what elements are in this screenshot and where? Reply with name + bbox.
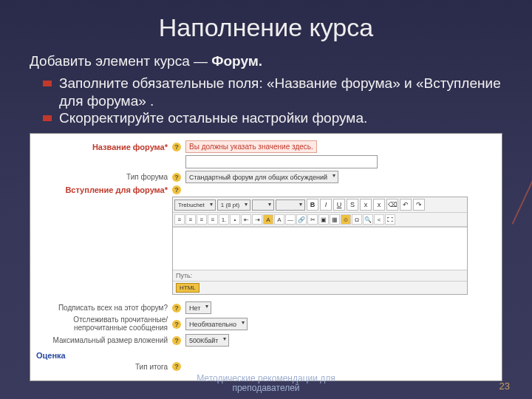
char-icon[interactable]: Ω <box>352 214 362 225</box>
align-justify-icon[interactable]: ≡ <box>208 214 218 225</box>
name-error: Вы должны указать значение здесь. <box>185 140 317 153</box>
editor-path: Путь: <box>176 272 192 279</box>
list-num-icon[interactable]: 1. <box>219 214 229 225</box>
footer: Методические рекомендации для преподават… <box>0 374 532 393</box>
rich-text-editor[interactable]: Trebuchet 1 (8 pt) B I U S x x ⌫ ↶ ↷ ≡ ≡… <box>172 197 468 295</box>
help-icon[interactable]: ? <box>172 185 181 194</box>
intro-line: Добавить элемент курса — Форум. <box>30 52 502 70</box>
emoji-icon[interactable]: ☺ <box>341 214 351 225</box>
size-select[interactable]: 1 (8 pt) <box>217 200 250 211</box>
slide-title: Наполнение курса <box>30 13 502 42</box>
help-icon[interactable]: ? <box>172 362 181 371</box>
code-icon[interactable]: < <box>374 214 384 225</box>
align-right-icon[interactable]: ≡ <box>197 214 207 225</box>
clean-icon[interactable]: ⌫ <box>386 199 398 211</box>
align-center-icon[interactable]: ≡ <box>185 214 196 225</box>
forum-type-select[interactable]: Стандартный форум для общих обсуждений <box>185 171 338 183</box>
redo-icon[interactable]: ↷ <box>413 199 425 211</box>
strike-icon[interactable]: S <box>347 199 358 211</box>
style-select[interactable] <box>252 200 274 211</box>
full-icon[interactable]: ⛶ <box>385 214 395 225</box>
subscribe-label: Подписать всех на этот форум? <box>36 304 168 312</box>
footer-line-2: преподавателей <box>232 383 299 393</box>
bgcolor-icon[interactable]: A <box>274 214 284 225</box>
bullet-2: Скорректируйте остальные настройки форум… <box>43 109 502 127</box>
unlink-icon[interactable]: ✂ <box>307 214 318 225</box>
sub-icon[interactable]: x <box>360 199 372 211</box>
link-icon[interactable]: 🔗 <box>296 214 307 225</box>
form-screenshot: Название форума* ? Вы должны указать зна… <box>30 133 502 381</box>
grade-section: Оценка <box>36 351 496 360</box>
editor-textarea[interactable] <box>173 227 467 270</box>
intro-prefix: Добавить элемент курса — <box>30 53 211 69</box>
subscribe-select[interactable]: Нет <box>185 301 211 314</box>
align-left-icon[interactable]: ≡ <box>174 214 185 225</box>
maxsize-label: Максимальный размер вложений <box>36 336 168 344</box>
help-icon[interactable]: ? <box>172 304 181 313</box>
image-icon[interactable]: ▣ <box>318 214 329 225</box>
editor-toolbar-1: Trebuchet 1 (8 pt) B I U S x x ⌫ ↶ ↷ <box>173 197 467 213</box>
table-icon[interactable]: ▦ <box>330 214 340 225</box>
forum-name-label: Название форума* <box>36 143 168 151</box>
track-select[interactable]: Необязательно <box>185 318 248 330</box>
track-label: Отслеживать прочитанные/непрочитанные со… <box>36 316 168 332</box>
underline-icon[interactable]: U <box>333 199 345 211</box>
undo-icon[interactable]: ↶ <box>400 199 412 211</box>
help-icon[interactable]: ? <box>172 173 181 182</box>
grade-type-label: Тип итога <box>36 363 168 371</box>
indent-icon[interactable]: ⇥ <box>252 214 262 225</box>
html-button[interactable]: HTML <box>176 283 200 293</box>
page-number: 23 <box>499 381 510 392</box>
editor-toolbar-2: ≡ ≡ ≡ ≡ 1. • ⇤ ⇥ A A — 🔗 ✂ ▣ ▦ ☺ Ω 🔍 < ⛶ <box>173 213 467 227</box>
list-bul-icon[interactable]: • <box>230 214 240 225</box>
lang-select[interactable] <box>276 200 305 211</box>
color-icon[interactable]: A <box>263 214 273 225</box>
search-icon[interactable]: 🔍 <box>363 214 373 225</box>
bold-icon[interactable]: B <box>307 199 318 211</box>
footer-line-1: Методические рекомендации для <box>197 373 335 383</box>
bullet-1: Заполните обязательные поля: «Название ф… <box>43 75 502 110</box>
help-icon[interactable]: ? <box>172 336 181 345</box>
hr-icon[interactable]: — <box>285 214 296 225</box>
sup-icon[interactable]: x <box>373 199 385 211</box>
italic-icon[interactable]: I <box>320 199 332 211</box>
outdent-icon[interactable]: ⇤ <box>241 214 251 225</box>
help-icon[interactable]: ? <box>172 143 181 151</box>
font-select[interactable]: Trebuchet <box>174 200 216 211</box>
help-icon[interactable]: ? <box>172 320 181 329</box>
forum-name-input[interactable] <box>185 155 378 168</box>
intro-bold: Форум. <box>211 53 262 69</box>
forum-intro-label: Вступление для форума* <box>36 185 168 194</box>
maxsize-select[interactable]: 500Кбайт <box>185 334 229 347</box>
forum-type-label: Тип форума <box>36 173 168 181</box>
